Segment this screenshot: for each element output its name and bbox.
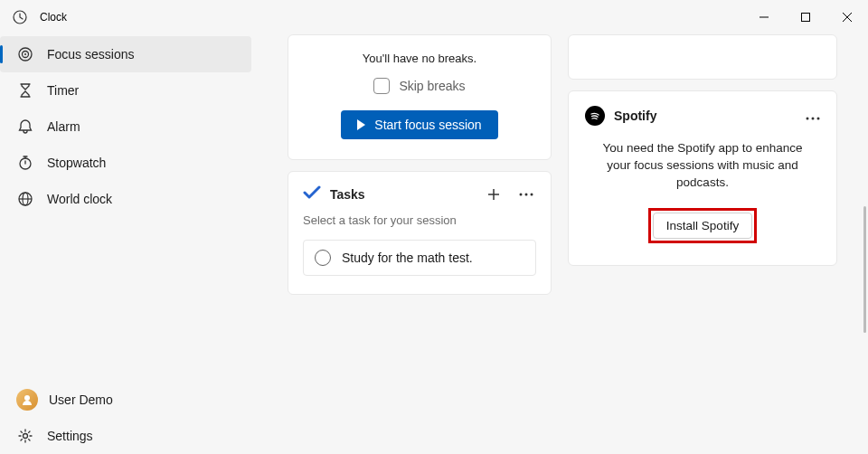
minimize-button[interactable]: [743, 0, 785, 34]
install-spotify-button[interactable]: Install Spotify: [653, 213, 752, 239]
svg-point-18: [531, 194, 533, 196]
checkmark-icon: [303, 185, 321, 203]
clock-app-icon: [13, 10, 27, 24]
nav-label: Focus sessions: [47, 47, 134, 61]
sidebar-item-stopwatch[interactable]: Stopwatch: [0, 145, 251, 181]
svg-point-16: [520, 194, 523, 196]
svg-point-21: [817, 118, 820, 120]
add-task-button[interactable]: [484, 184, 504, 204]
sidebar-item-world-clock[interactable]: World clock: [0, 181, 251, 217]
sidebar-item-alarm[interactable]: Alarm: [0, 109, 251, 145]
nav-label: Stopwatch: [47, 156, 106, 170]
svg-point-12: [24, 395, 30, 401]
skip-breaks-checkbox[interactable]: [373, 78, 390, 94]
avatar-icon: [16, 389, 38, 411]
close-button[interactable]: [826, 0, 868, 34]
focus-session-card: You'll have no breaks. Skip breaks Start…: [288, 34, 552, 160]
svg-point-17: [525, 194, 528, 196]
skip-breaks-label: Skip breaks: [399, 79, 465, 93]
play-icon: [357, 119, 365, 130]
sidebar-item-timer[interactable]: Timer: [0, 72, 251, 109]
scrollbar[interactable]: [863, 206, 866, 333]
sidebar-item-settings[interactable]: Settings: [0, 418, 251, 454]
main-content: You'll have no breaks. Skip breaks Start…: [255, 34, 868, 454]
highlight-annotation: Install Spotify: [648, 208, 757, 243]
stopwatch-icon: [16, 154, 34, 172]
hourglass-icon: [16, 81, 34, 99]
sidebar: Focus sessions Timer Alarm Stopwatch Wor…: [0, 34, 255, 454]
spotify-card: Spotify You need the Spotify app to enha…: [568, 90, 837, 266]
tasks-card: Tasks Select a task for your session Stu…: [288, 171, 552, 295]
target-icon: [16, 45, 34, 63]
breaks-text: You'll have no breaks.: [305, 52, 534, 65]
sidebar-item-user[interactable]: User Demo: [0, 382, 251, 418]
start-focus-session-button[interactable]: Start focus session: [341, 110, 497, 139]
task-text: Study for the math test.: [342, 251, 473, 265]
svg-point-19: [807, 118, 809, 120]
svg-point-13: [24, 434, 28, 439]
tasks-hint: Select a task for your session: [303, 213, 536, 227]
start-button-label: Start focus session: [374, 118, 481, 132]
nav-label: Timer: [47, 83, 79, 98]
task-item[interactable]: Study for the math test.: [303, 240, 536, 276]
svg-point-7: [24, 53, 26, 55]
tasks-title: Tasks: [330, 187, 365, 202]
nav-label: Alarm: [47, 119, 80, 134]
user-label: User Demo: [49, 393, 113, 407]
titlebar: Clock: [0, 0, 868, 34]
maximize-button[interactable]: [785, 0, 826, 34]
settings-label: Settings: [47, 429, 93, 443]
svg-point-20: [812, 118, 815, 120]
spotify-icon: [585, 106, 605, 126]
card-stub: [568, 34, 837, 80]
sidebar-item-focus-sessions[interactable]: Focus sessions: [0, 36, 251, 72]
spotify-title: Spotify: [614, 109, 656, 123]
svg-rect-2: [802, 14, 810, 22]
gear-icon: [16, 427, 34, 445]
bell-icon: [16, 118, 34, 136]
globe-icon: [16, 190, 34, 208]
nav-label: World clock: [47, 192, 112, 206]
tasks-more-button[interactable]: [516, 184, 536, 204]
spotify-message: You need the Spotify app to enhance your…: [585, 140, 820, 192]
task-radio[interactable]: [315, 250, 331, 266]
spotify-more-button[interactable]: [806, 108, 820, 124]
app-title: Clock: [40, 11, 67, 24]
